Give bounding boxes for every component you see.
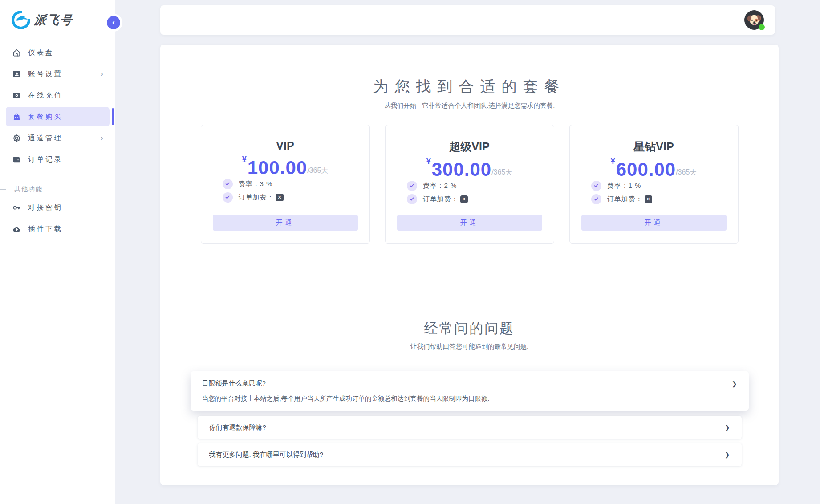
feature-label: 费率：2 % bbox=[423, 182, 457, 190]
feature-label: 费率：3 % bbox=[239, 180, 273, 188]
sidebar-collapse-button[interactable] bbox=[107, 16, 120, 29]
top-bar: 🐶 bbox=[160, 5, 775, 35]
currency-symbol: ¥ bbox=[426, 157, 431, 166]
sidebar-item-label: 对接密钥 bbox=[28, 203, 63, 212]
faq-item-refund[interactable]: 你们有退款保障嘛? bbox=[198, 416, 742, 439]
check-icon bbox=[223, 179, 233, 189]
plan-name: VIP bbox=[201, 139, 369, 152]
feature-label: 订单加费： bbox=[607, 195, 643, 203]
price-amount: 100.00 bbox=[248, 159, 307, 177]
user-avatar[interactable]: 🐶 bbox=[744, 10, 764, 30]
x-badge-icon bbox=[276, 194, 284, 201]
logo-text: 派飞号 bbox=[33, 12, 74, 28]
sidebar-item-label: 仪表盘 bbox=[28, 48, 54, 57]
feature-rate: 费率：2 % bbox=[407, 179, 554, 192]
feature-label: 订单加费： bbox=[423, 195, 459, 203]
price-period: /365天 bbox=[491, 168, 512, 177]
sidebar-item-label: 套餐购买 bbox=[28, 112, 63, 122]
feature-rate: 费率：1 % bbox=[591, 179, 738, 192]
faq-item-more-help[interactable]: 我有更多问题. 我在哪里可以得到帮助? bbox=[198, 443, 742, 466]
sidebar-item-channel-management[interactable]: 通道管理 bbox=[6, 128, 110, 148]
content-card: 为您找到合适的套餐 从我们开始 - 它非常适合个人和团队.选择满足您需求的套餐.… bbox=[160, 45, 779, 485]
cloud-download-icon bbox=[12, 224, 21, 233]
price-amount: 600.00 bbox=[616, 160, 676, 179]
faq-question: 我有更多问题. 我在哪里可以得到帮助? bbox=[209, 451, 324, 459]
currency-symbol: ¥ bbox=[242, 155, 247, 164]
faq-item-daily-limit[interactable]: 日限额是什么意思呢? 当您的平台对接上本站之后,每个用户当天所产生成功订单的金额… bbox=[191, 371, 749, 411]
chevron-right-icon bbox=[101, 69, 103, 78]
check-icon bbox=[223, 192, 233, 203]
x-badge-icon bbox=[460, 195, 468, 203]
currency-symbol: ¥ bbox=[611, 157, 615, 166]
feature-label: 订单加费： bbox=[239, 193, 274, 202]
feature-surcharge: 订单加费： bbox=[407, 192, 554, 206]
chevron-right-icon[interactable] bbox=[725, 423, 730, 432]
sidebar-item-label: 通道管理 bbox=[28, 134, 63, 143]
price-period: /365天 bbox=[676, 168, 697, 177]
wallet-icon bbox=[12, 155, 21, 164]
logo-bird-icon bbox=[12, 11, 30, 29]
logo: 派飞号 bbox=[0, 0, 115, 37]
check-icon bbox=[591, 194, 601, 204]
plan-price: ¥ 600.00 /365天 bbox=[570, 156, 738, 179]
sidebar-item-label: 订单记录 bbox=[28, 155, 63, 164]
feature-surcharge: 订单加费： bbox=[223, 191, 369, 204]
price-period: /365天 bbox=[307, 166, 328, 175]
faq-title: 经常问的问题 bbox=[160, 319, 779, 338]
plan-card-star-diamond-vip: 星钻VIP ¥ 600.00 /365天 费率：1 % 订单加费： 开通 bbox=[569, 125, 739, 244]
plan-price: ¥ 100.00 /365天 bbox=[201, 154, 369, 177]
plans-row: VIP ¥ 100.00 /365天 费率：3 % 订单加费： 开通 bbox=[160, 125, 779, 244]
shopping-bag-icon bbox=[12, 112, 21, 121]
activate-button[interactable]: 开通 bbox=[397, 215, 542, 231]
main-area: 🐶 为您找到合适的套餐 从我们开始 - 它非常适合个人和团队.选择满足您需求的套… bbox=[115, 0, 820, 504]
faq-list: 日限额是什么意思呢? 当您的平台对接上本站之后,每个用户当天所产生成功订单的金额… bbox=[191, 371, 749, 466]
chevron-right-icon[interactable] bbox=[725, 450, 730, 459]
sidebar-item-plan-purchase[interactable]: 套餐购买 bbox=[6, 107, 110, 126]
id-card-icon bbox=[12, 69, 21, 78]
faq-question: 你们有退款保障嘛? bbox=[209, 423, 266, 432]
feature-rate: 费率：3 % bbox=[223, 177, 369, 191]
pricing-subtitle: 从我们开始 - 它非常适合个人和团队.选择满足您需求的套餐. bbox=[160, 102, 779, 110]
sidebar-item-order-records[interactable]: 订单记录 bbox=[6, 150, 110, 169]
check-icon bbox=[407, 194, 417, 204]
plan-card-super-vip: 超级VIP ¥ 300.00 /365天 费率：2 % 订单加费： 开通 bbox=[385, 125, 554, 244]
pricing-title: 为您找到合适的套餐 bbox=[160, 77, 779, 97]
feature-surcharge: 订单加费： bbox=[591, 192, 738, 206]
section-divider bbox=[0, 189, 6, 190]
check-icon bbox=[591, 181, 601, 191]
chevron-right-icon[interactable] bbox=[732, 379, 737, 388]
gear-icon bbox=[12, 134, 21, 142]
sidebar-item-account-settings[interactable]: 账号设置 bbox=[6, 64, 110, 84]
active-indicator-bar bbox=[112, 108, 114, 125]
home-icon bbox=[12, 48, 21, 57]
price-amount: 300.00 bbox=[432, 160, 491, 179]
chevron-right-icon bbox=[101, 134, 103, 142]
sidebar-item-label: 账号设置 bbox=[28, 69, 63, 79]
activate-button[interactable]: 开通 bbox=[581, 215, 727, 231]
faq-question-row: 日限额是什么意思呢? bbox=[202, 379, 737, 388]
key-icon bbox=[12, 203, 21, 212]
faq-question: 日限额是什么意思呢? bbox=[202, 379, 266, 388]
faq-answer: 当您的平台对接上本站之后,每个用户当天所产生成功订单的金额总和达到套餐的当天限制… bbox=[202, 394, 737, 403]
sidebar-item-label: 插件下载 bbox=[28, 224, 63, 234]
sidebar-section-other: 其他功能 bbox=[0, 185, 115, 193]
cash-icon bbox=[12, 91, 21, 100]
sidebar-item-api-keys[interactable]: 对接密钥 bbox=[6, 198, 110, 217]
sidebar-item-dashboard[interactable]: 仪表盘 bbox=[6, 43, 110, 62]
activate-button[interactable]: 开通 bbox=[213, 215, 358, 231]
online-status-dot bbox=[759, 24, 765, 30]
x-badge-icon bbox=[645, 195, 652, 203]
check-icon bbox=[407, 181, 417, 191]
plan-name: 超级VIP bbox=[386, 139, 554, 154]
plan-name: 星钻VIP bbox=[570, 139, 738, 154]
plan-price: ¥ 300.00 /365天 bbox=[386, 156, 554, 179]
section-label: 其他功能 bbox=[14, 185, 43, 193]
sidebar-item-plugin-download[interactable]: 插件下载 bbox=[6, 219, 110, 239]
feature-label: 费率：1 % bbox=[607, 182, 641, 190]
faq-subtitle: 让我们帮助回答您可能遇到的最常见问题. bbox=[160, 342, 779, 351]
plan-card-vip: VIP ¥ 100.00 /365天 费率：3 % 订单加费： 开通 bbox=[201, 125, 370, 244]
sidebar: 派飞号 仪表盘 账号设置 在线充值 套餐购买 bbox=[0, 0, 115, 504]
sidebar-item-online-recharge[interactable]: 在线充值 bbox=[6, 85, 110, 105]
sidebar-nav: 仪表盘 账号设置 在线充值 套餐购买 通道管理 bbox=[0, 43, 115, 239]
sidebar-item-label: 在线充值 bbox=[28, 91, 63, 100]
